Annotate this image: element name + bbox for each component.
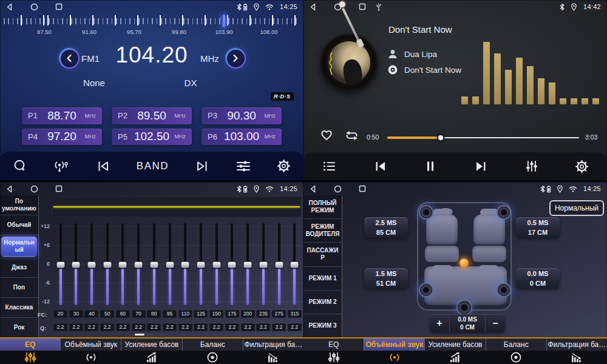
increase-delay-button[interactable]: + — [430, 314, 449, 332]
eq-band-slider[interactable] — [194, 222, 208, 307]
settings-gear-icon[interactable] — [277, 159, 291, 173]
back-icon[interactable] — [310, 185, 317, 193]
surround-mode-item[interactable]: ПОЛНЫЙ РЕЖИМ — [304, 195, 342, 219]
rear-left-speaker-icon[interactable] — [419, 283, 433, 297]
seek-bar-thumb[interactable] — [437, 134, 444, 141]
slider-thumb[interactable] — [243, 261, 252, 268]
eq-band-slider[interactable] — [225, 222, 239, 307]
radio-preset-button[interactable]: P497.20MHz — [22, 129, 102, 146]
recents-icon[interactable] — [55, 3, 63, 10]
slider-thumb[interactable] — [72, 261, 80, 268]
balance-icon[interactable] — [182, 351, 243, 363]
home-icon[interactable] — [30, 3, 38, 11]
surround-mode-item[interactable]: ПАССАЖИР — [304, 243, 342, 266]
filter-icon[interactable] — [546, 351, 607, 363]
playlist-icon[interactable] — [322, 160, 337, 173]
slider-thumb[interactable] — [56, 261, 65, 268]
scan-icon[interactable] — [13, 159, 27, 173]
next-station-icon[interactable] — [194, 160, 210, 173]
eq-preset-item[interactable]: По умолчанию — [0, 195, 38, 215]
surround-mode-item[interactable]: РЕЖИМ ВОДИТЕЛЯ — [304, 219, 342, 243]
eq-band-slider[interactable] — [116, 222, 130, 307]
eq-preset-item[interactable]: Нормальный — [1, 237, 37, 257]
decrease-delay-button[interactable]: − — [486, 314, 505, 332]
eq-band-slider[interactable] — [288, 222, 302, 307]
previous-track-icon[interactable] — [373, 160, 388, 173]
radio-preset-button[interactable]: P5102.50MHz — [112, 129, 192, 146]
band-button[interactable]: BAND — [137, 160, 169, 172]
back-icon[interactable] — [6, 185, 13, 193]
sound-tab-3[interactable]: Усиление басов — [424, 339, 485, 351]
slider-thumb[interactable] — [118, 261, 127, 268]
recents-icon[interactable] — [359, 185, 366, 192]
bass-boost-icon[interactable] — [425, 351, 486, 363]
eq-band-slider[interactable] — [147, 222, 161, 307]
tune-up-button[interactable] — [225, 48, 246, 69]
radio-preset-button[interactable]: P6103.00MHz — [202, 129, 282, 146]
sound-tab-1[interactable]: EQ — [304, 339, 364, 351]
slider-thumb[interactable] — [259, 261, 268, 268]
slider-thumb[interactable] — [87, 261, 96, 268]
bass-boost-icon[interactable] — [121, 351, 182, 363]
sound-tab-5[interactable]: Фильтрация ба… — [546, 339, 607, 351]
recents-icon[interactable] — [55, 185, 63, 192]
slider-thumb[interactable] — [103, 261, 112, 268]
eq-sliders-icon[interactable] — [0, 351, 61, 363]
eq-band-slider[interactable] — [84, 222, 98, 307]
eq-band-slider[interactable] — [132, 222, 146, 307]
eq-band-slider[interactable] — [256, 222, 270, 307]
slider-thumb[interactable] — [134, 261, 143, 268]
surround-icon[interactable] — [61, 351, 121, 363]
sound-tab-4[interactable]: Баланс — [486, 339, 546, 351]
rear-left-delay-button[interactable]: 1.5 MS 51 CM — [364, 268, 408, 289]
home-icon[interactable] — [334, 185, 342, 193]
recents-icon[interactable] — [359, 3, 366, 10]
eq-band-slider[interactable] — [53, 222, 67, 307]
slider-thumb[interactable] — [275, 261, 283, 268]
radio-preset-button[interactable]: P390.30MHz — [202, 107, 282, 124]
tune-down-button[interactable] — [59, 48, 80, 69]
eq-band-slider[interactable] — [272, 222, 286, 307]
slider-thumb[interactable] — [181, 261, 189, 268]
sound-tab-5[interactable]: Фильтрация ба… — [243, 339, 304, 351]
sound-tab-3[interactable]: Усиление басов — [121, 339, 181, 351]
listening-position-dot[interactable] — [459, 258, 469, 268]
back-icon[interactable] — [6, 3, 13, 11]
front-left-speaker-icon[interactable] — [419, 205, 433, 220]
favorite-heart-icon[interactable] — [319, 128, 334, 141]
eq-band-slider[interactable] — [209, 222, 223, 307]
repeat-icon[interactable] — [344, 130, 360, 141]
radio-preset-button[interactable]: P188.70MHz — [22, 107, 102, 124]
seek-bar[interactable] — [387, 137, 579, 138]
radio-preset-button[interactable]: P289.50MHz — [112, 107, 192, 124]
slider-thumb[interactable] — [197, 261, 205, 268]
eq-preset-item[interactable]: Рок — [0, 318, 38, 337]
eq-band-slider[interactable] — [241, 222, 255, 307]
subwoofer-icon[interactable] — [456, 300, 472, 315]
equalizer-icon[interactable] — [524, 160, 539, 173]
eq-band-slider[interactable] — [178, 222, 192, 307]
back-icon[interactable] — [310, 3, 317, 11]
eq-preset-item[interactable]: Обычай — [0, 215, 38, 235]
slider-thumb[interactable] — [290, 261, 299, 268]
rear-right-speaker-icon[interactable] — [497, 283, 511, 297]
sound-tab-4[interactable]: Баланс — [182, 339, 243, 351]
slider-thumb[interactable] — [212, 261, 221, 268]
home-icon[interactable] — [334, 3, 342, 11]
surround-mode-item[interactable]: РЕЖИМ 2 — [304, 291, 342, 314]
surround-mode-item[interactable]: РЕЖИМ 1 — [304, 267, 342, 291]
sound-tab-2[interactable]: Объёмный звук — [60, 339, 121, 351]
front-right-delay-button[interactable]: 0.5 MS 17 CM — [516, 217, 560, 238]
sound-tab-1[interactable]: EQ — [0, 339, 60, 351]
pause-icon[interactable] — [424, 160, 437, 173]
eq-preset-item[interactable]: Классика — [0, 298, 38, 318]
balance-icon[interactable] — [486, 351, 546, 363]
mixer-icon[interactable] — [236, 160, 251, 173]
eq-band-slider[interactable] — [69, 222, 83, 307]
eq-sliders-icon[interactable] — [304, 351, 364, 363]
frequency-scale[interactable] — [4, 15, 300, 27]
surround-mode-item[interactable]: РЕЖИМ 3 — [304, 314, 342, 337]
rear-right-delay-button[interactable]: 0.0 MS 0 CM — [516, 268, 560, 289]
slider-thumb[interactable] — [150, 261, 158, 268]
surround-icon[interactable] — [364, 351, 425, 363]
